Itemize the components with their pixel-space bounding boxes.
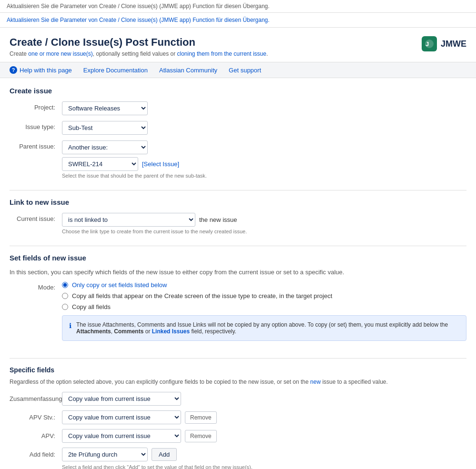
page-header: Create / Clone Issue(s) Post Function Cr… [0,28,476,62]
apv-controls: Copy value from current issue Remove [62,429,217,443]
zusammenfassung-row: Zusammenfassung: Copy value from current… [10,392,466,406]
apv-row: APV: Copy value from current issue Remov… [10,429,466,443]
project-row: Project: Software Releases [10,101,466,115]
add-field-label: Add field: [10,451,62,458]
info-bold-attachments: Attachments [76,328,111,335]
link-title: Link to new issue [10,198,466,206]
apv-stv-remove-button[interactable]: Remove [185,411,217,424]
help-label: Help with this page [20,67,72,74]
set-fields-title: Set fields of new issue [10,254,466,262]
add-hint: Select a field and then click "Add" to s… [10,464,466,469]
mode-label-0: Only copy or set fields listed below [72,281,167,289]
current-issue-label: Current issue: [10,213,62,222]
zusammenfassung-label: Zusammenfassung: [10,395,62,402]
mode-radio-1[interactable]: Copy all fields that appear on the Creat… [62,292,466,299]
apv-stv-controls: Copy value from current issue Remove [62,410,217,424]
community-label: Atlassian Community [159,67,217,74]
mode-radio-2[interactable]: Copy all fields [62,303,466,310]
link-section: Link to new issue Current issue: is not … [10,198,466,234]
explore-documentation-link[interactable]: Explore Documentation [83,67,148,74]
parent-issue-select[interactable]: Another issue: [62,140,148,154]
apv-stv-select[interactable]: Copy value from current issue [62,410,181,424]
add-field-controls: 2te Prüfung durch Add [62,448,177,461]
link-row: is not linked to the new issue [62,213,466,227]
info-icon: ℹ [69,322,71,335]
divider-2 [10,246,466,246]
create-issue-title: Create issue [10,87,466,95]
create-issue-section: Create issue Project: Software Releases … [10,87,466,179]
help-with-page-link[interactable]: ? Help with this page [10,66,72,74]
top-bar-link[interactable]: Aktualisieren Sie die Parameter von Crea… [7,16,469,24]
apv-remove-button[interactable]: Remove [185,430,217,442]
info-box: ℹ The issue Attachments, Comments and Is… [62,315,466,341]
issue-type-row: Issue type: Sub-Test [10,121,466,135]
jmwe-svg-icon: J [424,39,435,49]
project-field: Software Releases [62,101,466,115]
specific-fields-title: Specific fields [10,366,466,374]
divider-1 [10,190,466,190]
mode-radio-input-1[interactable] [62,293,68,299]
parent-issue-id-select[interactable]: SWREL-214 [62,157,138,171]
jmwe-logo-text: JMWE [441,39,466,49]
issue-type-select[interactable]: Sub-Test [62,121,148,135]
issue-type-field: Sub-Test [62,121,466,135]
help-bar: ? Help with this page Explore Documentat… [0,62,476,78]
support-label: Get support [229,67,261,74]
atlassian-community-link[interactable]: Atlassian Community [159,67,217,74]
link-suffix: the new issue [199,216,237,223]
main-content: Create issue Project: Software Releases … [0,78,476,469]
apv-stv-row: APV Stv.: Copy value from current issue … [10,410,466,424]
select-issue-link[interactable]: [Select Issue] [142,160,179,168]
apv-stv-label: APV Stv.: [10,414,62,421]
set-fields-description: In this section, you can specify which f… [10,269,466,276]
parent-issue-label: Parent issue: [10,140,62,150]
mode-radio-input-0[interactable] [62,282,68,288]
new-issue-link[interactable]: new [310,379,321,385]
radio-group: Only copy or set fields listed below Cop… [62,281,466,310]
explore-label: Explore Documentation [83,67,148,74]
link-hint: Choose the link type to create from the … [62,229,466,234]
header-left: Create / Clone Issue(s) Post Function Cr… [10,36,268,57]
add-field-select[interactable]: 2te Prüfung durch [62,448,148,461]
apv-label: APV: [10,432,62,439]
subtitle-link-2[interactable]: cloning them from the current issue [177,50,266,57]
project-select[interactable]: Software Releases [62,101,148,115]
info-bold-linked: Linked Issues [152,328,190,335]
page-title: Create / Clone Issue(s) Post Function [10,36,268,49]
current-issue-field: is not linked to the new issue Choose th… [62,213,466,234]
add-field-row: Add field: 2te Prüfung durch Add [10,448,466,461]
parent-issue-row: Parent issue: Another issue: SWREL-214 [… [10,140,466,179]
parent-hint: Select the issue that should be the pare… [62,173,466,179]
svg-text:J: J [425,40,429,48]
parent-issue-id-row: SWREL-214 [Select Issue] [62,157,466,171]
zusammenfassung-controls: Copy value from current issue [62,392,181,406]
mode-label: Mode: [10,281,62,291]
mode-label-2: Copy all fields [72,303,111,310]
linked-issues-link[interactable]: Linked Issues [152,328,190,335]
top-bar-1: Aktualisieren Sie die Parameter von Crea… [0,0,476,13]
set-fields-section: Set fields of new issue In this section,… [10,254,466,347]
subtitle-link-1[interactable]: one or more new issue(s) [28,50,92,57]
mode-radio-0[interactable]: Only copy or set fields listed below [62,281,466,289]
info-content: The issue Attachments, Comments and Issu… [76,321,459,335]
parent-issue-field: Another issue: SWREL-214 [Select Issue] … [62,140,466,179]
help-icon: ? [10,66,17,74]
add-button[interactable]: Add [152,448,177,461]
apv-select[interactable]: Copy value from current issue [62,429,181,443]
divider-3 [10,358,466,359]
mode-radio-input-2[interactable] [62,304,68,310]
get-support-link[interactable]: Get support [229,67,261,74]
mode-label-1: Copy all fields that appear on the Creat… [72,292,332,299]
mode-field: Only copy or set fields listed below Cop… [62,281,466,347]
info-bold-comments: Comments [114,328,143,335]
project-label: Project: [10,101,62,111]
specific-fields-section: Specific fields Regardless of the option… [10,366,466,469]
zusammenfassung-select[interactable]: Copy value from current issue [62,392,181,406]
mode-row: Mode: Only copy or set fields listed bel… [10,281,466,347]
link-type-select[interactable]: is not linked to [62,213,195,227]
specific-fields-desc: Regardless of the option selected above,… [10,379,466,385]
top-bar-text-1: Aktualisieren Sie die Parameter von Crea… [7,3,270,10]
page-subtitle: Create one or more new issue(s), optiona… [10,50,268,57]
top-bar-2: Aktualisieren Sie die Parameter von Crea… [0,13,476,28]
current-issue-row: Current issue: is not linked to the new … [10,213,466,234]
